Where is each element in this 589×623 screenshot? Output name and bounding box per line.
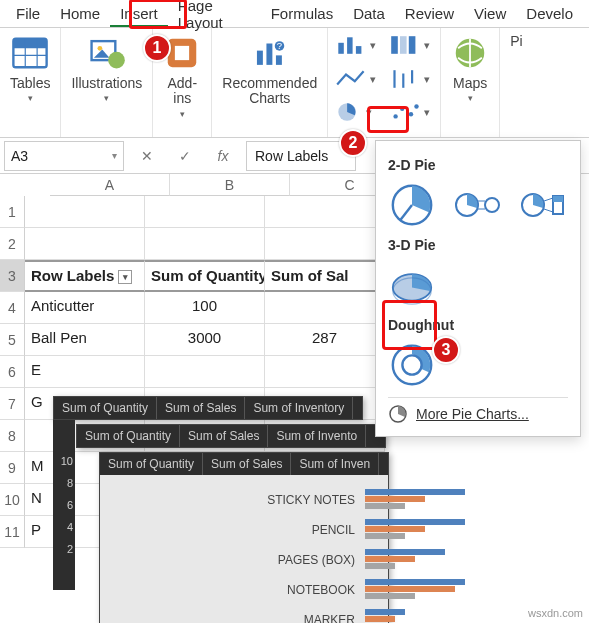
svg-point-7 [108, 52, 125, 69]
ribbon-tabs: File Home Insert Page Layout Formulas Da… [0, 0, 589, 28]
svg-point-40 [485, 198, 499, 212]
tables-label: Tables [10, 76, 50, 91]
tab-developer[interactable]: Develo [516, 1, 583, 26]
row-head[interactable]: 2 [0, 228, 25, 260]
svg-point-6 [97, 46, 102, 51]
chevron-down-icon: ▾ [104, 93, 109, 103]
svg-rect-17 [356, 46, 362, 54]
pivot-header-sales[interactable]: Sum of Sal [265, 260, 385, 292]
recommended-charts-icon: ? [251, 34, 289, 72]
insert-column-chart-button[interactable]: ▾ [334, 34, 380, 56]
svg-text:▾: ▾ [370, 39, 376, 51]
highlight-insert-tab [129, 0, 187, 29]
highlight-pie-button [367, 106, 409, 133]
cancel-icon[interactable]: ✕ [132, 141, 162, 171]
group-tables[interactable]: Tables ▾ [0, 28, 61, 137]
svg-rect-9 [175, 46, 189, 60]
cell-label[interactable]: Anticutter [25, 292, 145, 324]
preview-chart: STICKY NOTES PENCIL PAGES (BOX) NOTEBOOK… [100, 475, 388, 623]
addins-label: Add- ins [167, 76, 197, 107]
group-pivot-chart[interactable]: Pi [500, 28, 524, 137]
name-box-value: A3 [11, 148, 28, 164]
pivot-header-rowlabels[interactable]: Row Labels▾ [25, 260, 145, 292]
row-head[interactable]: 1 [0, 196, 25, 228]
svg-text:▾: ▾ [424, 73, 430, 85]
svg-point-32 [409, 112, 413, 116]
recommended-charts-label: Recommended Charts [222, 76, 317, 107]
pie-icon [388, 404, 408, 424]
svg-rect-19 [391, 36, 398, 54]
cell[interactable] [25, 196, 145, 228]
chevron-down-icon: ▾ [180, 109, 185, 119]
pivot-header-qty[interactable]: Sum of Quantity [145, 260, 265, 292]
col-head-b[interactable]: B [170, 174, 290, 196]
group-maps[interactable]: Maps ▾ [441, 28, 500, 137]
float-window-3[interactable]: Sum of QuantitySum of SalesSum of Inven … [99, 452, 389, 623]
svg-text:?: ? [277, 40, 282, 51]
row-head[interactable]: 3 [0, 260, 25, 292]
tables-icon [11, 34, 49, 72]
svg-point-51 [402, 355, 421, 374]
svg-rect-20 [400, 36, 407, 54]
svg-point-33 [415, 105, 419, 109]
svg-rect-16 [347, 37, 353, 54]
fx-icon[interactable]: fx [208, 141, 238, 171]
callout-badge-1: 1 [143, 34, 171, 62]
callout-badge-2: 2 [339, 129, 367, 157]
menu-header-2d: 2-D Pie [388, 157, 568, 173]
svg-rect-21 [409, 36, 416, 54]
svg-text:▾: ▾ [370, 73, 376, 85]
bar-of-pie-option[interactable] [520, 181, 568, 229]
float-window-2[interactable]: Sum of QuantitySum of SalesSum of Invent… [76, 424, 386, 448]
svg-rect-45 [553, 196, 563, 202]
pie-chart-menu: 2-D Pie 3-D Pie Doughnut More Pie Charts… [375, 140, 581, 437]
tab-home[interactable]: Home [50, 1, 110, 26]
callout-badge-3: 3 [432, 336, 460, 364]
highlight-3d-pie [382, 300, 437, 350]
svg-line-46 [544, 198, 553, 201]
tab-formulas[interactable]: Formulas [261, 1, 344, 26]
illustrations-icon [88, 34, 126, 72]
svg-rect-15 [339, 43, 345, 54]
insert-stock-chart-button[interactable]: ▾ [388, 68, 434, 90]
svg-text:▾: ▾ [424, 107, 430, 119]
more-pie-charts-link[interactable]: More Pie Charts... [388, 404, 568, 424]
svg-line-47 [544, 209, 553, 212]
group-illustrations[interactable]: Illustrations ▾ [61, 28, 153, 137]
insert-map-chart-button[interactable]: ▾ [388, 34, 434, 56]
svg-rect-11 [266, 44, 272, 65]
svg-rect-10 [257, 51, 263, 65]
chevron-down-icon: ▾ [112, 150, 117, 161]
pie-2d-option[interactable] [388, 181, 436, 229]
float-axis-labels: 108642 [53, 420, 75, 590]
chevron-down-icon: ▾ [468, 93, 473, 103]
svg-rect-12 [276, 55, 282, 65]
insert-line-chart-button[interactable]: ▾ [334, 68, 380, 90]
svg-text:▾: ▾ [424, 39, 430, 51]
name-box[interactable]: A3 ▾ [4, 141, 124, 171]
filter-dropdown-icon[interactable]: ▾ [118, 270, 132, 284]
maps-label: Maps [453, 76, 487, 91]
watermark: wsxdn.com [528, 607, 583, 619]
group-recommended-charts[interactable]: ? Recommended Charts [212, 28, 328, 137]
tab-review[interactable]: Review [395, 1, 464, 26]
menu-header-3d: 3-D Pie [388, 237, 568, 253]
chevron-down-icon: ▾ [28, 93, 33, 103]
svg-rect-1 [14, 39, 47, 49]
float-window-1[interactable]: Sum of QuantitySum of SalesSum of Invent… [53, 396, 363, 420]
pi-label: Pi [510, 34, 522, 49]
tab-view[interactable]: View [464, 1, 516, 26]
illustrations-label: Illustrations [71, 76, 142, 91]
pie-of-pie-option[interactable] [454, 181, 502, 229]
tab-file[interactable]: File [6, 1, 50, 26]
tab-data[interactable]: Data [343, 1, 395, 26]
col-head-a[interactable]: A [50, 174, 170, 196]
maps-icon [451, 34, 489, 72]
ribbon-body: Tables ▾ Illustrations ▾ Add- ins ▾ ? Re… [0, 28, 589, 138]
confirm-icon[interactable]: ✓ [170, 141, 200, 171]
